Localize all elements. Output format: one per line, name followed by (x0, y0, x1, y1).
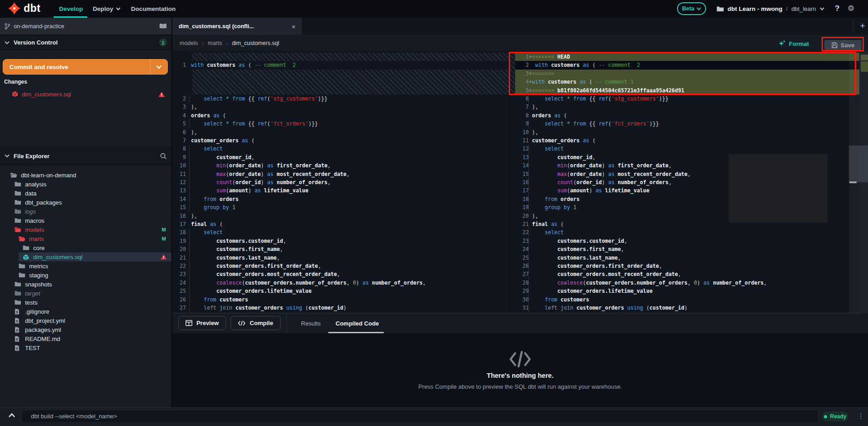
chevron-up-icon[interactable] (8, 413, 15, 418)
empty-state-description: Press Compile above to preview the SQL d… (172, 383, 868, 390)
project-name: dbt Learn - mwong (728, 5, 783, 12)
nav-develop[interactable]: Develop (59, 0, 83, 18)
preview-button[interactable]: Preview (178, 316, 226, 330)
search-icon[interactable] (160, 153, 167, 160)
file-icon (15, 309, 20, 315)
tree-item-staging[interactable]: staging (0, 271, 171, 280)
dbt-logo[interactable]: dbt (8, 2, 40, 15)
folder-open-icon (15, 227, 21, 232)
tree-item-logs[interactable]: logs (0, 207, 171, 216)
tree-item-metrics[interactable]: metrics (0, 261, 171, 271)
tree-item-dbt-project-yml[interactable]: dbt_project.yml (0, 316, 171, 325)
minimap-viewport[interactable] (849, 145, 868, 182)
folder-icon (15, 300, 21, 305)
chevron-down-icon (820, 7, 824, 10)
folder-icon (19, 263, 25, 269)
tab-close-icon[interactable]: × (291, 23, 296, 30)
folder-icon (15, 190, 21, 196)
tree-item-packages-yml[interactable]: packages.yml (0, 325, 171, 334)
file-icon (15, 318, 20, 324)
beta-chip[interactable]: Beta (677, 2, 706, 15)
tree-item-test[interactable]: TEST (0, 343, 171, 352)
tree-item-marts[interactable]: martsM (0, 234, 171, 243)
tree-item-dim-customers-sql[interactable]: dim_customers.sql (0, 252, 171, 261)
breadcrumb-marts[interactable]: marts (208, 40, 222, 46)
book-open-icon[interactable] (159, 23, 167, 29)
code-editor-original[interactable]: 1with customers as ( -- comment 22 selec… (172, 51, 509, 313)
sparkle-icon (778, 40, 786, 47)
code-line: 6 select * from {{ ref('stg_customers')}… (515, 95, 860, 103)
code-line: 11 max(order_date) as most_recent_order_… (174, 170, 509, 179)
status-ready-badge: Ready (822, 411, 848, 421)
help-icon[interactable]: ? (835, 4, 839, 13)
code-line: 4orders as ( (174, 111, 509, 120)
command-input[interactable]: dbt build --select <model_name> (21, 410, 818, 423)
tree-item--gitignore[interactable]: .gitignore (0, 307, 171, 316)
code-line: 25 customers.last_name, (515, 254, 860, 262)
dbt-logo-icon (8, 2, 20, 15)
tree-item-models[interactable]: modelsM (0, 225, 171, 234)
code-line: 22 customer_orders.first_order_date, (174, 262, 509, 271)
code-line: 23 customer_orders.most_recent_order_dat… (174, 270, 509, 279)
file-icon (15, 336, 20, 342)
compile-button[interactable]: Compile (231, 316, 281, 330)
tab-compiled-code[interactable]: Compiled Code (336, 313, 379, 333)
repo-row[interactable]: on-demand-practice (0, 18, 171, 35)
tree-item-analysis[interactable]: analysis (0, 180, 171, 189)
folder-icon (15, 291, 21, 296)
folder-icon (15, 209, 21, 214)
nav-deploy[interactable]: Deploy (93, 0, 120, 18)
tab-results[interactable]: Results (301, 313, 321, 333)
folder-icon (15, 200, 21, 205)
empty-state-title: There's nothing here. (172, 372, 868, 379)
conflict-warning-icon (158, 91, 165, 97)
code-line: 22 select (515, 228, 860, 237)
code-line: 27 left join customer_orders using (cust… (174, 304, 509, 312)
tree-item-dbt-learn-on-demand[interactable]: dbt-learn-on-demand (0, 170, 171, 180)
cube-icon (23, 254, 29, 261)
tree-item-tests[interactable]: tests (0, 298, 171, 307)
gear-icon[interactable]: ⚙ (848, 4, 854, 13)
breadcrumb-models[interactable]: models (180, 40, 198, 46)
tree-item-dbt-packages[interactable]: dbt_packages (0, 198, 171, 207)
file-tree: dbt-learn-on-demandanalysisdatadbt_packa… (0, 170, 171, 352)
tree-item-snapshots[interactable]: snapshots (0, 280, 171, 289)
code-line: 12 count(order_id) as number_of_orders, (174, 178, 509, 187)
code-line: 30 from customers (515, 296, 860, 304)
commit-dropdown-chevron[interactable] (150, 60, 167, 74)
folder-icon (15, 181, 21, 187)
tree-item-target[interactable]: target (0, 289, 171, 298)
new-tab-icon[interactable]: + (857, 20, 868, 32)
folder-icon (15, 281, 21, 287)
tree-item-core[interactable]: core (0, 243, 171, 252)
tree-item-data[interactable]: data (0, 189, 171, 198)
chevron-down-icon (116, 7, 120, 10)
code-line: 26 from customers (174, 296, 509, 304)
code-icon (238, 321, 246, 326)
file-explorer-header[interactable]: File Explorer (0, 147, 171, 165)
changes-label: Changes (4, 79, 27, 85)
code-line: 3), (174, 103, 509, 111)
code-line: 2 select * from {{ ref('stg_customers')}… (174, 95, 509, 103)
nav-documentation[interactable]: Documentation (131, 0, 176, 18)
code-line: 19 customers.customer_id, (174, 237, 509, 246)
folder-icon (23, 245, 29, 251)
format-button[interactable]: Format (778, 38, 809, 50)
project-selector[interactable]: dbt Learn - mwong / dbt_learn (717, 0, 824, 18)
code-line: 10 ), (515, 128, 860, 137)
tab-dim-customers[interactable]: dim_customers.sql (confli... × (172, 18, 302, 35)
code-line: 27 customer_orders.most_recent_order_dat… (515, 270, 860, 279)
code-icon (509, 350, 532, 368)
command-bar: dbt build --select <model_name> Ready ⋮ (0, 407, 868, 426)
tree-item-readme-md[interactable]: README.md (0, 334, 171, 343)
git-branch-icon (5, 23, 10, 30)
version-control-header[interactable]: Version Control 1 (0, 35, 171, 50)
code-line: 10 min(order_date) as first_order_date, (174, 161, 509, 170)
tree-item-macros[interactable]: macros (0, 216, 171, 225)
modified-badge: M (162, 236, 166, 241)
commit-and-resolve-button[interactable]: Commit and resolve (3, 59, 168, 75)
code-line: 20 customers.first_name, (174, 245, 509, 254)
changed-file-row[interactable]: dim_customers.sql (0, 88, 171, 100)
kebab-menu-icon[interactable]: ⋮ (858, 412, 864, 420)
code-line: 29 customer_orders.lifetime_value (515, 287, 860, 296)
